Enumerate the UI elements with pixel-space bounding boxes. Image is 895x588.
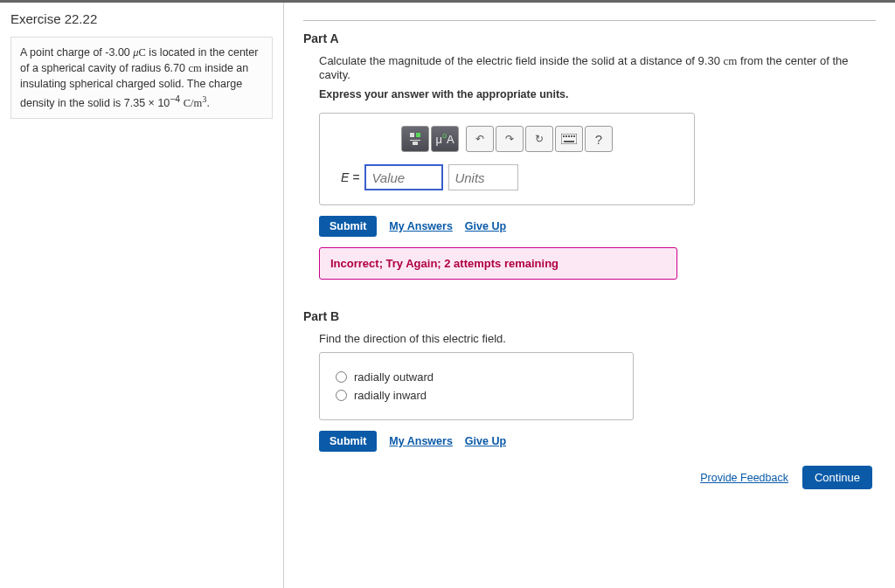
problem-statement: A point charge of -3.00 μC is located in… — [10, 37, 273, 119]
right-panel: Part A Calculate the magnitude of the el… — [284, 3, 895, 588]
svg-rect-2 — [410, 140, 420, 141]
submit-button-b[interactable]: Submit — [319, 431, 377, 452]
choice-inward[interactable]: radially inward — [336, 389, 617, 402]
submit-button[interactable]: Submit — [319, 216, 377, 237]
svg-rect-5 — [563, 135, 565, 137]
input-row: E = — [341, 164, 680, 190]
units-icon[interactable]: μoA — [431, 126, 459, 152]
choice-label: radially inward — [354, 389, 427, 402]
svg-rect-0 — [410, 133, 414, 137]
part-a: Part A Calculate the magnitude of the el… — [303, 31, 876, 280]
part-b-actions: Submit My Answers Give Up — [319, 431, 876, 452]
choice-outward[interactable]: radially outward — [336, 370, 617, 384]
svg-rect-9 — [573, 135, 575, 137]
part-a-question: Calculate the magnitude of the electric … — [319, 54, 876, 81]
my-answers-link[interactable]: My Answers — [389, 220, 452, 232]
svg-rect-7 — [568, 135, 570, 137]
fraction-template-icon[interactable] — [401, 126, 429, 152]
svg-rect-3 — [413, 142, 418, 145]
help-icon[interactable]: ? — [585, 126, 613, 152]
keyboard-icon[interactable] — [555, 126, 583, 152]
divider — [303, 20, 876, 21]
part-b-title: Part B — [303, 309, 876, 323]
part-a-actions: Submit My Answers Give Up — [319, 216, 876, 237]
radio-outward[interactable] — [336, 371, 347, 383]
redo-icon[interactable]: ↷ — [496, 126, 524, 152]
left-panel: Exercise 22.22 A point charge of -3.00 μ… — [0, 3, 284, 588]
provide-feedback-link[interactable]: Provide Feedback — [700, 472, 788, 484]
undo-icon[interactable]: ↶ — [466, 126, 494, 152]
footer: Provide Feedback Continue — [303, 466, 876, 489]
part-b-question: Find the direction of this electric fiel… — [319, 332, 876, 345]
answer-box: μoA ↶ ↷ ↻ ? E = — [319, 113, 695, 205]
part-a-title: Part A — [303, 31, 876, 45]
radio-inward[interactable] — [336, 390, 347, 401]
give-up-link[interactable]: Give Up — [465, 220, 506, 232]
part-b: Part B Find the direction of this electr… — [303, 309, 876, 452]
toolbar: μoA ↶ ↷ ↻ ? — [334, 126, 680, 152]
units-input[interactable] — [448, 164, 518, 190]
exercise-title: Exercise 22.22 — [10, 11, 273, 26]
my-answers-link-b[interactable]: My Answers — [389, 435, 452, 447]
choice-box: radially outward radially inward — [319, 352, 634, 420]
give-up-link-b[interactable]: Give Up — [465, 435, 506, 447]
value-input[interactable] — [364, 164, 443, 190]
svg-rect-1 — [416, 133, 420, 137]
choice-label: radially outward — [354, 370, 434, 384]
svg-rect-4 — [561, 134, 577, 144]
svg-rect-6 — [565, 135, 567, 137]
continue-button[interactable]: Continue — [802, 466, 872, 489]
part-a-instruction: Express your answer with the appropriate… — [319, 88, 876, 100]
feedback-message: Incorrect; Try Again; 2 attempts remaini… — [319, 247, 677, 280]
eq-label: E = — [341, 170, 359, 184]
svg-rect-10 — [564, 141, 574, 142]
reset-icon[interactable]: ↻ — [525, 126, 553, 152]
problem-text: A point charge of -3.00 μC is located in… — [20, 46, 258, 109]
svg-rect-8 — [571, 135, 572, 137]
